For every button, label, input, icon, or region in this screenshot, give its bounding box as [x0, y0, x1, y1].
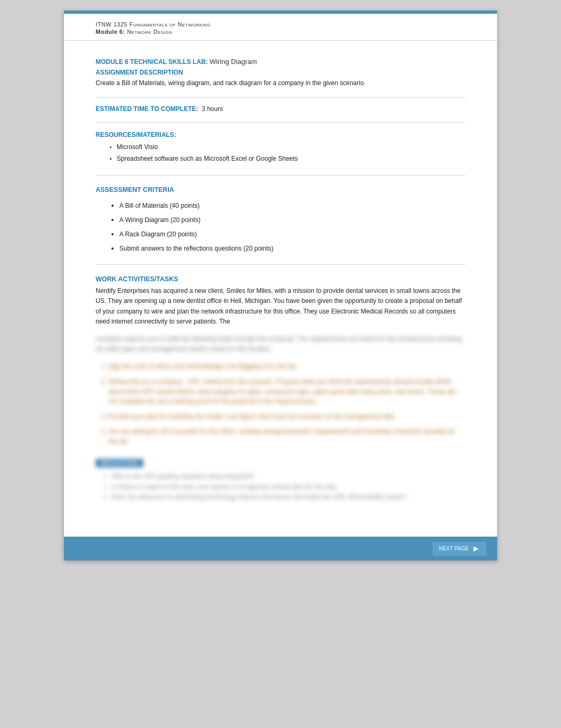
assignment-desc: Create a Bill of Materials, wiring diagr…	[96, 78, 465, 88]
course-name: Fundamentals of Networking	[129, 21, 211, 27]
list-item: Submit answers to the reflections questi…	[119, 241, 465, 255]
divider-3	[96, 175, 465, 176]
divider-4	[96, 264, 465, 265]
list-item: A Wiring Diagram (20 points)	[119, 212, 465, 226]
list-item: A choice is made for this task: your opi…	[111, 482, 465, 492]
footer-text: NEXT PAGE	[439, 546, 469, 551]
blurred-reflection-label: REFLECTION	[96, 454, 465, 472]
next-arrow-icon: ►	[472, 544, 480, 554]
main-content: MODULE 6 TECHNICAL SKILLS LAB: Wiring Di…	[64, 42, 497, 529]
list-item: Why is the UPC grading standard setup im…	[111, 472, 465, 482]
footer-bar: NEXT PAGE ►	[64, 537, 497, 560]
list-item: How can advances in networking technolog…	[111, 492, 465, 502]
work-heading: WORK ACTIVITIES/TASKS	[96, 275, 465, 283]
header-section: ITNW 1325 Fundamentals of Networking Mod…	[64, 14, 497, 41]
estimated-time-value: 3 hours	[202, 105, 223, 113]
list-item: Microsoft Visio	[117, 142, 465, 153]
divider-2	[96, 122, 465, 123]
list-item: Provide your plan for installing the mod…	[108, 412, 465, 422]
list-item: You are asking for 30 to provide for thi…	[108, 427, 465, 446]
module-line: Module 6: Network Design	[96, 29, 465, 35]
list-item: Sign the code of ethics and acknowledge …	[108, 362, 465, 372]
blurred-reflection-list: Why is the UPC grading standard setup im…	[96, 472, 465, 502]
course-number: ITNW 1325	[96, 21, 127, 27]
assessment-list: A Bill of Materials (40 points) A Wiring…	[96, 198, 465, 255]
assessment-heading: ASSESSMENT CRITERIA	[96, 186, 465, 193]
footer-badge: NEXT PAGE ►	[433, 542, 487, 556]
blurred-numbered-list: Sign the code of ethics and acknowledge …	[96, 362, 465, 446]
list-item: Spreadsheet software such as Microsoft E…	[117, 153, 465, 165]
list-item: A Bill of Materials (40 points)	[119, 198, 465, 212]
resources-list: Microsoft Visio Spreadsheet software suc…	[96, 142, 465, 164]
lab-label: MODULE 6 TECHNICAL SKILLS LAB:	[96, 58, 208, 66]
blurred-section-1: company requires you to fulfill the foll…	[96, 334, 465, 502]
lab-title: Wiring Diagram	[210, 58, 257, 66]
resources-heading: RESOURCES/MATERIALS:	[96, 131, 465, 139]
module-lab-heading: MODULE 6 TECHNICAL SKILLS LAB: Wiring Di…	[96, 58, 465, 66]
module-label: Module 6:	[96, 29, 125, 35]
estimated-time-line: ESTIMATED TIME TO COMPLETE: 3 hours	[96, 105, 465, 113]
page-container: ITNW 1325 Fundamentals of Networking Mod…	[64, 11, 497, 560]
divider-1	[96, 97, 465, 98]
list-item: A Rack Diagram (20 points)	[119, 226, 465, 241]
module-name: Network Design	[127, 29, 172, 35]
header-title: ITNW 1325 Fundamentals of Networking Mod…	[96, 21, 465, 35]
list-item: Review this as a company - UPC criteria …	[108, 377, 465, 407]
estimated-time-label: ESTIMATED TIME TO COMPLETE:	[96, 105, 198, 113]
assignment-label: ASSIGNMENT DESCRIPTION	[96, 69, 465, 76]
work-desc: Nerdify Enterprises has acquired a new c…	[96, 286, 465, 327]
